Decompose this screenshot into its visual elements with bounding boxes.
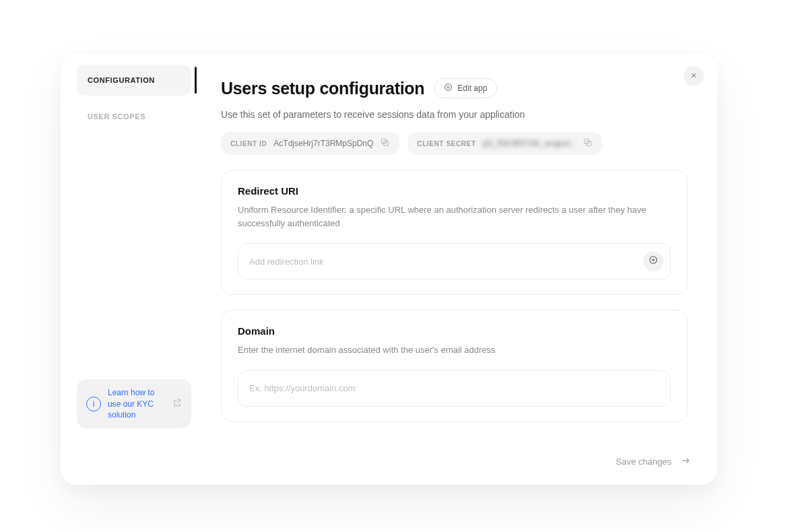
info-icon: i [86, 397, 101, 411]
modal-footer: Save changes [61, 438, 717, 485]
help-card[interactable]: i Learn how to use our KYC solution [77, 379, 191, 428]
domain-card: Domain Enter the internet domain associa… [221, 310, 688, 422]
credentials-row: CLIENT ID AcTdjseHrj7rT3RMpSpDnQ CLIENT … [221, 132, 688, 155]
external-link-icon [172, 398, 182, 410]
sidebar: CONFIGURATION USER SCOPES i Learn how to… [61, 54, 202, 444]
redirect-uri-title: Redirect URI [238, 185, 671, 197]
svg-point-1 [447, 86, 449, 88]
modal-container: CONFIGURATION USER SCOPES i Learn how to… [61, 54, 717, 485]
edit-icon [444, 83, 453, 94]
client-secret-value: gS_RtK3B5TWt_wrqjwd... [483, 139, 577, 148]
redirect-uri-card: Redirect URI Uniform Resource Identifier… [221, 170, 688, 295]
close-button[interactable] [684, 66, 704, 86]
add-redirect-button[interactable] [643, 251, 663, 271]
sidebar-item-label: CONFIGURATION [88, 76, 155, 84]
close-icon [690, 70, 698, 82]
help-text: Learn how to use our KYC solution [108, 387, 166, 420]
save-changes-button[interactable]: Save changes [616, 456, 690, 467]
client-id-label: CLIENT ID [230, 140, 267, 147]
arrow-right-icon [681, 456, 690, 467]
save-label: Save changes [616, 457, 671, 467]
sidebar-item-user-scopes[interactable]: USER SCOPES [77, 101, 191, 132]
redirect-uri-input[interactable] [249, 257, 635, 267]
modal-body: CONFIGURATION USER SCOPES i Learn how to… [61, 54, 717, 444]
domain-title: Domain [238, 325, 671, 337]
client-id-value: AcTdjseHrj7rT3RMpSpDnQ [273, 139, 373, 148]
client-secret-chip: CLIENT SECRET gS_RtK3B5TWt_wrqjwd... [407, 132, 602, 155]
sidebar-nav: CONFIGURATION USER SCOPES [77, 65, 191, 379]
domain-input-wrap [238, 370, 671, 407]
domain-input[interactable] [249, 383, 663, 393]
plus-icon [649, 255, 658, 267]
page-title: Users setup configuration [221, 79, 424, 98]
client-id-chip: CLIENT ID AcTdjseHrj7rT3RMpSpDnQ [221, 132, 399, 155]
sidebar-item-configuration[interactable]: CONFIGURATION [77, 65, 191, 96]
edit-app-button[interactable]: Edit app [434, 78, 497, 98]
sidebar-item-label: USER SCOPES [88, 112, 145, 121]
copy-icon[interactable] [583, 137, 593, 149]
page-subtitle: Use this set of parameters to receive se… [221, 109, 688, 120]
copy-icon[interactable] [380, 137, 390, 149]
redirect-uri-input-wrap [238, 243, 671, 279]
title-row: Users setup configuration Edit app [221, 78, 688, 98]
svg-point-0 [445, 84, 452, 91]
content: Users setup configuration Edit app Use t… [202, 54, 717, 444]
domain-desc: Enter the internet domain associated wit… [238, 343, 671, 357]
client-secret-label: CLIENT SECRET [417, 140, 475, 147]
edit-app-label: Edit app [457, 84, 487, 93]
redirect-uri-desc: Uniform Resource Identifier: a specific … [238, 203, 671, 230]
